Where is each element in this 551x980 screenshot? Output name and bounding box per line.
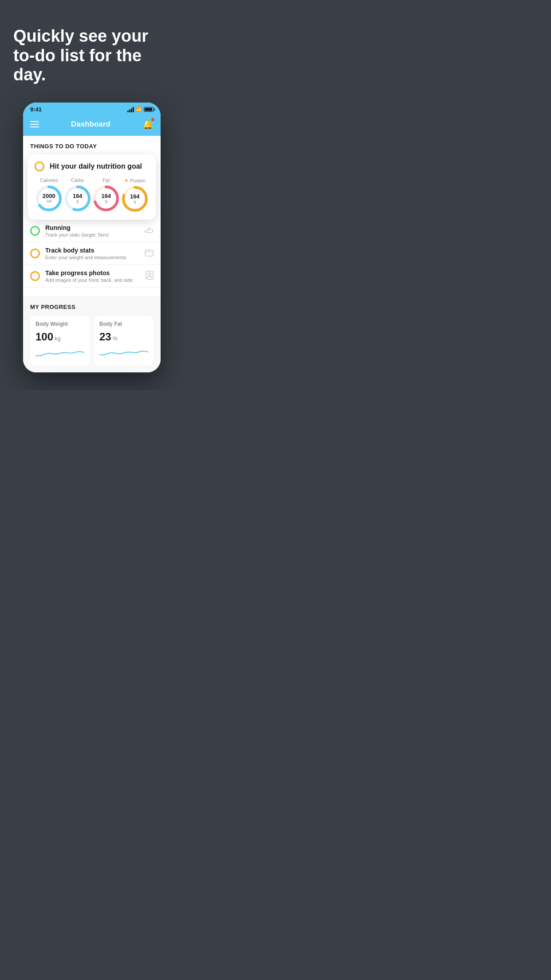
progress-cards: Body Weight 100 kg Body Fat (30, 316, 153, 365)
body-weight-label: Body Weight (35, 321, 84, 327)
nutrition-card: Hit your daily nutrition goal Calories 2 (28, 154, 156, 220)
todo-item-running[interactable]: Running Track your stats (target: 5km) (23, 220, 161, 242)
body-stats-radio[interactable] (30, 249, 40, 258)
body-stats-title: Track body stats (45, 247, 139, 254)
nutrition-item-calories: Calories 2000 cal (35, 178, 63, 212)
nutrition-radio[interactable] (35, 162, 44, 171)
calories-label: Calories (40, 178, 58, 183)
body-stats-subtitle: Enter your weight and measurements (45, 255, 139, 260)
nutrition-item-fat: Fat 164 g (92, 178, 120, 212)
scale-icon (145, 249, 153, 259)
fat-value: 164 (101, 193, 111, 199)
body-weight-number: 100 (35, 331, 53, 343)
running-shoe-icon (144, 226, 153, 236)
todo-item-photos[interactable]: Take progress photos Add images of your … (23, 265, 161, 288)
body-fat-card: Body Fat 23 % (94, 316, 153, 365)
protein-star-icon: ★ (124, 178, 129, 183)
page-wrapper: Quickly see your to-do list for the day.… (0, 0, 184, 390)
nutrition-item-carbs: Carbs 164 g (64, 178, 91, 212)
fat-donut: 164 g (92, 185, 120, 212)
hero-section: Quickly see your to-do list for the day. (0, 0, 184, 98)
phone-content: THINGS TO DO TODAY Hit your daily nutrit… (23, 136, 161, 372)
wifi-icon: 📶 (136, 107, 142, 112)
running-subtitle: Track your stats (target: 5km) (45, 232, 138, 237)
calories-unit: cal (43, 199, 55, 204)
body-weight-chart (35, 347, 84, 360)
nav-bar: Dashboard 🔔 (23, 115, 161, 136)
photos-radio[interactable] (30, 271, 40, 281)
protein-donut: 164 g (121, 185, 149, 213)
carbs-donut: 164 g (64, 185, 91, 212)
body-weight-value: 100 kg (35, 331, 84, 343)
todo-list: Running Track your stats (target: 5km) (23, 217, 161, 288)
menu-button[interactable] (30, 121, 39, 127)
protein-value: 164 (130, 194, 140, 200)
body-fat-chart (99, 347, 148, 360)
phone-frame: 9:41 📶 Dashboard 🔔 (23, 103, 161, 372)
battery-icon (144, 107, 153, 112)
running-title: Running (45, 224, 138, 231)
body-weight-unit: kg (55, 335, 61, 342)
fat-label: Fat (102, 178, 110, 183)
body-fat-label: Body Fat (99, 321, 148, 327)
status-time: 9:41 (30, 106, 42, 113)
status-bar: 9:41 📶 (23, 103, 161, 115)
nutrition-item-protein: ★ Protein 164 g (121, 178, 149, 213)
progress-title: MY PROGRESS (30, 304, 153, 310)
nutrition-row: Calories 2000 cal (35, 178, 149, 213)
body-stats-text: Track body stats Enter your weight and m… (45, 247, 139, 260)
calories-donut: 2000 cal (35, 185, 63, 212)
signal-icon (127, 107, 134, 112)
svg-point-10 (148, 273, 151, 276)
running-radio[interactable] (30, 226, 40, 236)
carbs-label: Carbs (71, 178, 84, 183)
nutrition-card-title: Hit your daily nutrition goal (50, 162, 142, 170)
body-fat-value: 23 % (99, 331, 148, 343)
protein-label: ★ Protein (124, 178, 146, 183)
hero-title: Quickly see your to-do list for the day. (13, 27, 170, 85)
body-fat-number: 23 (99, 331, 111, 343)
svg-rect-8 (145, 250, 153, 256)
notification-badge (151, 118, 154, 121)
photos-text: Take progress photos Add images of your … (45, 269, 140, 283)
carbs-unit: g (73, 199, 83, 204)
progress-section: MY PROGRESS Body Weight 100 kg (23, 296, 161, 372)
carbs-value: 164 (73, 193, 83, 199)
things-to-do-header: THINGS TO DO TODAY (23, 136, 161, 154)
nav-title: Dashboard (71, 120, 110, 129)
card-header: Hit your daily nutrition goal (35, 162, 149, 171)
running-text: Running Track your stats (target: 5km) (45, 224, 138, 237)
protein-unit: g (130, 200, 140, 204)
photos-subtitle: Add images of your front, back, and side (45, 277, 140, 283)
body-fat-unit: % (113, 335, 118, 342)
todo-item-body-stats[interactable]: Track body stats Enter your weight and m… (23, 242, 161, 265)
photos-title: Take progress photos (45, 269, 140, 277)
things-to-do-title: THINGS TO DO TODAY (30, 143, 97, 150)
body-weight-card: Body Weight 100 kg (30, 316, 90, 365)
fat-unit: g (101, 199, 111, 204)
calories-value: 2000 (43, 193, 55, 199)
status-icons: 📶 (127, 107, 153, 112)
notifications-button[interactable]: 🔔 (142, 119, 153, 130)
person-icon (146, 271, 153, 282)
